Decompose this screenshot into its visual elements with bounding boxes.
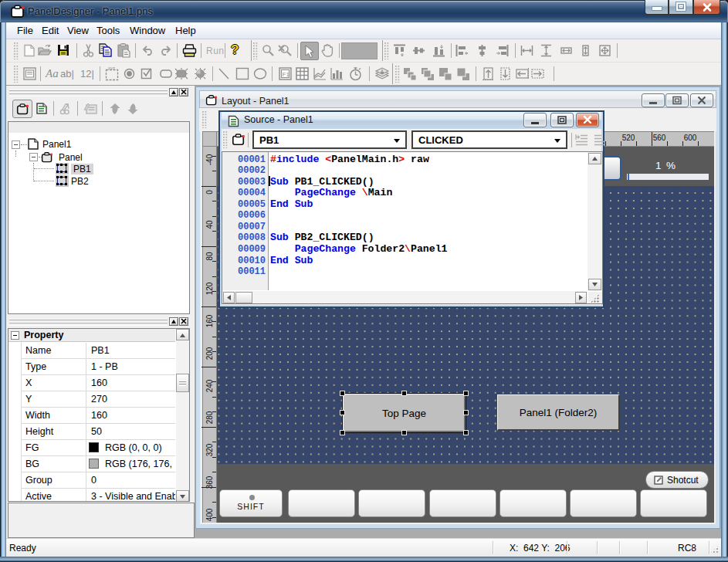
svg-text:xyz: xyz [108, 66, 115, 70]
svg-text:F1: F1 [283, 71, 290, 78]
